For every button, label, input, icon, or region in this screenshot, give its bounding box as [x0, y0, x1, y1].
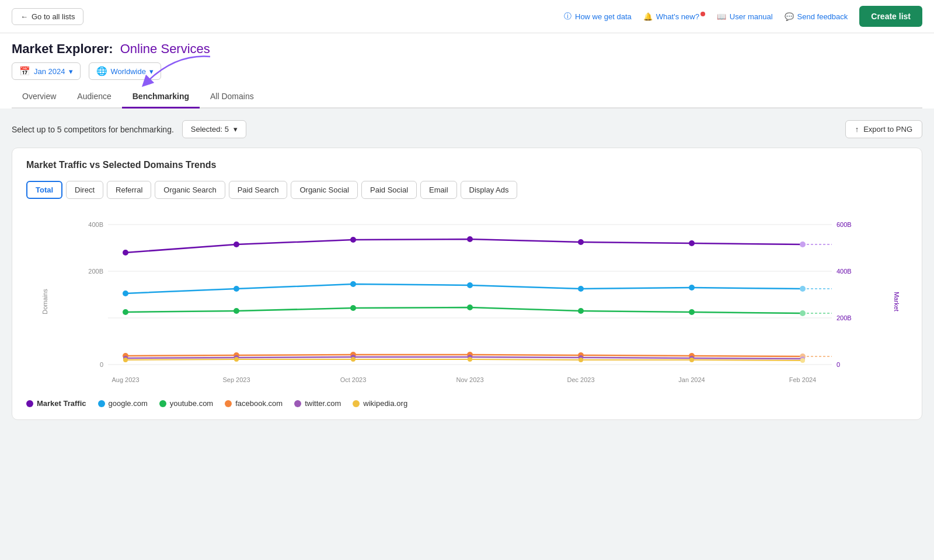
legend-dot-market: [26, 400, 33, 407]
svg-point-63: [800, 358, 805, 363]
legend-twitter[interactable]: twitter.com: [294, 399, 341, 408]
svg-point-19: [234, 242, 239, 247]
legend-youtube[interactable]: youtube.com: [159, 399, 213, 408]
channel-tab-total[interactable]: Total: [26, 181, 62, 199]
svg-text:Feb 2024: Feb 2024: [789, 376, 816, 383]
tab-overview[interactable]: Overview: [12, 86, 67, 108]
svg-point-29: [467, 282, 473, 288]
svg-text:Jan 2024: Jan 2024: [678, 376, 705, 383]
bell-icon: 🔔: [643, 12, 653, 21]
location-filter-button[interactable]: 🌐 Worldwide ▾: [89, 62, 161, 80]
legend-dot-twitter: [294, 400, 301, 407]
chevron-down-icon-2: ▾: [149, 67, 154, 76]
channel-tab-display-ads[interactable]: Display Ads: [461, 181, 518, 199]
main-content: Select up to 5 competitors for benchmark…: [0, 108, 934, 432]
upload-icon: ↑: [855, 125, 859, 134]
how-we-get-data-link[interactable]: ⓘ How we get data: [564, 11, 632, 22]
benchmarking-label: Select up to 5 competitors for benchmark…: [12, 125, 174, 134]
svg-point-27: [234, 286, 239, 292]
filters-bar: 📅 Jan 2024 ▾ 🌐 Worldwide ▾: [12, 62, 922, 80]
whats-new-link[interactable]: 🔔 What's new?: [643, 12, 705, 21]
svg-point-22: [578, 239, 584, 245]
svg-text:Nov 2023: Nov 2023: [456, 376, 483, 383]
back-button[interactable]: ← Go to all lists: [12, 8, 83, 25]
page-title: Market Explorer: Online Services: [12, 41, 922, 57]
tab-audience[interactable]: Audience: [67, 86, 121, 108]
svg-text:600B: 600B: [837, 221, 852, 228]
selected-dropdown[interactable]: Selected: 5 ▾: [182, 120, 246, 138]
notification-dot: [700, 12, 705, 16]
svg-text:Oct 2023: Oct 2023: [340, 376, 367, 383]
facebook-line: [126, 355, 803, 356]
svg-text:400B: 400B: [88, 221, 103, 228]
legend-google[interactable]: google.com: [98, 399, 148, 408]
svg-point-62: [689, 358, 694, 362]
svg-point-39: [689, 309, 695, 315]
top-bar: ← Go to all lists ⓘ How we get data 🔔 Wh…: [0, 0, 934, 33]
channel-tab-paid-social[interactable]: Paid Social: [361, 181, 417, 199]
top-bar-left: ← Go to all lists: [12, 8, 83, 25]
svg-text:0: 0: [100, 361, 103, 368]
top-bar-right: ⓘ How we get data 🔔 What's new? 📖 User m…: [564, 6, 922, 27]
svg-point-38: [578, 308, 584, 314]
channel-tabs: Total Direct Referral Organic Search Pai…: [26, 181, 908, 199]
chart-card: Market Traffic vs Selected Domains Trend…: [12, 148, 922, 420]
book-icon: 📖: [717, 12, 726, 21]
svg-text:0: 0: [837, 361, 840, 368]
export-png-button[interactable]: ↑ Export to PNG: [845, 120, 922, 138]
market-traffic-line: [126, 239, 803, 253]
google-line: [126, 284, 803, 293]
user-manual-link[interactable]: 📖 User manual: [717, 12, 773, 21]
globe-icon: 🌐: [96, 66, 107, 76]
svg-point-35: [234, 308, 239, 314]
svg-point-57: [123, 358, 128, 362]
calendar-icon: 📅: [19, 66, 30, 76]
svg-point-58: [234, 357, 239, 362]
svg-text:200B: 200B: [88, 268, 103, 275]
y-axis-label-market: Market: [893, 292, 900, 312]
legend-dot-wikipedia: [353, 400, 360, 407]
legend-wikipedia[interactable]: wikipedia.org: [353, 399, 407, 408]
tab-all-domains[interactable]: All Domains: [200, 86, 264, 108]
svg-point-36: [350, 305, 356, 311]
send-feedback-link[interactable]: 💬 Send feedback: [785, 12, 848, 21]
channel-tab-direct[interactable]: Direct: [66, 181, 103, 199]
svg-point-60: [468, 357, 472, 362]
channel-tab-email[interactable]: Email: [420, 181, 457, 199]
create-list-button[interactable]: Create list: [859, 6, 922, 27]
twitter-line: [126, 357, 803, 359]
svg-text:Dec 2023: Dec 2023: [567, 376, 594, 383]
channel-tab-referral[interactable]: Referral: [107, 181, 151, 199]
svg-point-61: [578, 358, 583, 362]
page-header: Market Explorer: Online Services 📅 Jan 2…: [0, 33, 934, 108]
chart-title: Market Traffic vs Selected Domains Trend…: [26, 160, 908, 170]
chart-wrapper: Domains Market 400B 200B 0 600B 400B: [32, 213, 902, 390]
svg-point-37: [467, 304, 473, 310]
svg-point-20: [350, 237, 356, 243]
legend-facebook[interactable]: facebook.com: [225, 399, 283, 408]
date-filter-button[interactable]: 📅 Jan 2024 ▾: [12, 62, 81, 80]
svg-text:200B: 200B: [837, 314, 852, 321]
youtube-line: [126, 307, 803, 313]
tab-benchmarking[interactable]: Benchmarking: [122, 86, 200, 108]
channel-tab-organic-search[interactable]: Organic Search: [155, 181, 225, 199]
svg-text:400B: 400B: [837, 268, 852, 275]
svg-point-31: [689, 285, 695, 290]
svg-point-21: [467, 236, 473, 242]
chevron-down-icon-3: ▾: [234, 125, 238, 134]
svg-point-34: [123, 309, 128, 315]
legend-dot-youtube: [159, 400, 166, 407]
svg-point-30: [578, 286, 584, 292]
svg-point-23: [689, 240, 695, 246]
legend-market-traffic[interactable]: Market Traffic: [26, 399, 86, 408]
y-axis-label-domains: Domains: [41, 289, 48, 314]
chevron-down-icon: ▾: [69, 67, 73, 76]
back-button-label: Go to all lists: [32, 12, 75, 21]
svg-point-26: [123, 290, 128, 296]
channel-tab-paid-search[interactable]: Paid Search: [229, 181, 288, 199]
controls-left: Select up to 5 competitors for benchmark…: [12, 120, 246, 138]
info-circle-icon: ⓘ: [564, 11, 571, 22]
channel-tab-organic-social[interactable]: Organic Social: [291, 181, 358, 199]
navigation-tabs: Overview Audience Benchmarking All Domai…: [12, 86, 922, 108]
controls-bar: Select up to 5 competitors for benchmark…: [12, 120, 922, 138]
